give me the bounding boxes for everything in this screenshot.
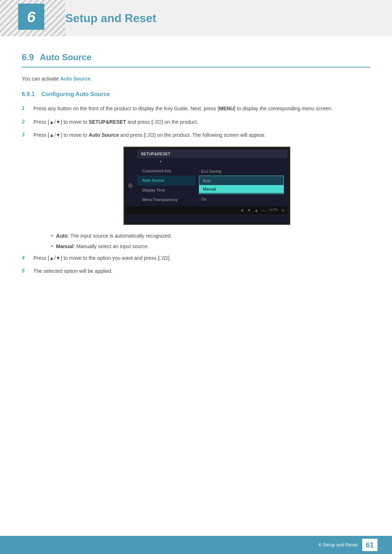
bullet-manual: • Manual: Manually select an input sourc… bbox=[51, 243, 370, 250]
bullet-auto: • Auto: The input source is automaticall… bbox=[51, 232, 370, 240]
menu-value-eco-saving: : Eco Saving bbox=[199, 168, 284, 175]
section-title: Auto Source bbox=[40, 51, 91, 64]
step-1-text: Press any button on the front of the pro… bbox=[33, 104, 370, 112]
chapter-number: 6 bbox=[27, 5, 35, 28]
step-5: 5 The selected option will be applied. bbox=[22, 267, 370, 275]
step-3-text: Press [▲/▼] to move to Auto Source and p… bbox=[33, 131, 370, 139]
subsection-title: Configuring Auto Source bbox=[41, 91, 110, 97]
auto-source-label: Auto Source bbox=[89, 132, 119, 138]
menu-body: Customized Key Auto Source Display Time … bbox=[137, 165, 287, 206]
step-2-text: Press [▲/▼] to move to SETUP&RESET and p… bbox=[33, 118, 370, 126]
menu-item-display-time: Display Time bbox=[137, 185, 195, 195]
menu-left-column: Customized Key Auto Source Display Time … bbox=[137, 166, 195, 205]
step-4-text: Press [▲/▼] to move to the option you wa… bbox=[33, 254, 370, 262]
intro-text-after: . bbox=[90, 76, 92, 82]
intro-text-before: You can activate bbox=[22, 76, 60, 82]
toolbar-auto-label: AUTO bbox=[269, 208, 278, 213]
bullet-list: • Auto: The input source is automaticall… bbox=[51, 232, 370, 250]
step-4-number: 4 bbox=[22, 254, 29, 262]
manual-term: Manual bbox=[56, 243, 73, 249]
footer-page-number: 61 bbox=[362, 539, 377, 551]
auto-term: Auto bbox=[56, 233, 68, 239]
toolbar-up-icon: ▲ bbox=[254, 208, 258, 213]
monitor-image: ⚙ SETUP&RESET ▲ Customized Key Auto Sour… bbox=[123, 147, 290, 225]
monitor-toolbar: ◄ ▼ ▲ — AUTO ⊙ bbox=[126, 206, 287, 214]
step-2: 2 Press [▲/▼] to move to SETUP&RESET and… bbox=[22, 118, 370, 126]
chapter-badge: 6 bbox=[18, 4, 44, 30]
subsection-heading: 6.9.1 Configuring Auto Source bbox=[22, 90, 370, 99]
bullet-manual-text: Manual: Manually select an input source. bbox=[56, 243, 149, 250]
menu-item-menu-transparency: Menu Transparency bbox=[137, 195, 195, 205]
toolbar-left-icon: ◄ bbox=[240, 208, 244, 213]
steps-continued-list: 4 Press [▲/▼] to move to the option you … bbox=[22, 254, 370, 275]
bullet-auto-text: Auto: The input source is automatically … bbox=[56, 232, 172, 240]
step-2-number: 2 bbox=[22, 118, 29, 126]
page-footer: 6 Setup and Reset 61 bbox=[0, 536, 392, 554]
step-3: 3 Press [▲/▼] to move to Auto Source and… bbox=[22, 131, 370, 139]
menu-item-customized-key: Customized Key bbox=[137, 166, 195, 176]
submenu-container: Auto Manual bbox=[199, 176, 284, 194]
arrow-up-icon: ▲ bbox=[137, 158, 287, 165]
menu-title: SETUP&RESET bbox=[137, 149, 287, 159]
main-content: 6.9 Auto Source You can activate Auto So… bbox=[0, 36, 392, 295]
menu-value-on: : On bbox=[199, 196, 284, 203]
menu-item-auto-source: Auto Source bbox=[137, 176, 195, 185]
intro-bold-term: Auto Source bbox=[60, 76, 90, 82]
submenu-manual: Manual bbox=[199, 185, 283, 193]
bullet-dot-manual: • bbox=[51, 243, 53, 250]
setup-reset-label: SETUP&RESET bbox=[89, 119, 126, 125]
monitor-container: ⚙ SETUP&RESET ▲ Customized Key Auto Sour… bbox=[44, 147, 370, 225]
intro-paragraph: You can activate Auto Source. bbox=[22, 75, 370, 83]
toolbar-power-icon: ⊙ bbox=[282, 208, 285, 213]
footer-section-text: 6 Setup and Reset bbox=[319, 541, 358, 549]
page-header: 6 Setup and Reset bbox=[0, 0, 392, 36]
section-number: 6.9 bbox=[22, 51, 34, 64]
step-3-number: 3 bbox=[22, 131, 29, 139]
submenu-auto: Auto bbox=[199, 177, 283, 185]
menu-key-label: MENU bbox=[219, 106, 234, 111]
monitor-screen: ⚙ SETUP&RESET ▲ Customized Key Auto Sour… bbox=[126, 149, 287, 222]
menu-right-column: : Eco Saving Auto Manual : On bbox=[195, 166, 287, 205]
toolbar-down-icon: ▼ bbox=[247, 208, 251, 213]
step-5-number: 5 bbox=[22, 267, 29, 275]
bullet-dot-auto: • bbox=[51, 233, 53, 239]
step-4: 4 Press [▲/▼] to move to the option you … bbox=[22, 254, 370, 262]
onscreen-menu: SETUP&RESET ▲ Customized Key Auto Source… bbox=[137, 149, 287, 206]
step-1-number: 1 bbox=[22, 104, 29, 112]
toolbar-enter-icon: — bbox=[262, 208, 265, 213]
section-heading: 6.9 Auto Source bbox=[22, 51, 370, 67]
step-1: 1 Press any button on the front of the p… bbox=[22, 104, 370, 112]
steps-list: 1 Press any button on the front of the p… bbox=[22, 104, 370, 139]
chapter-title: Setup and Reset bbox=[65, 9, 156, 27]
auto-source-submenu: Auto Manual bbox=[199, 176, 284, 194]
step-5-text: The selected option will be applied. bbox=[33, 267, 370, 275]
gear-icon: ⚙ bbox=[128, 181, 133, 190]
subsection-number: 6.9.1 bbox=[22, 91, 35, 97]
